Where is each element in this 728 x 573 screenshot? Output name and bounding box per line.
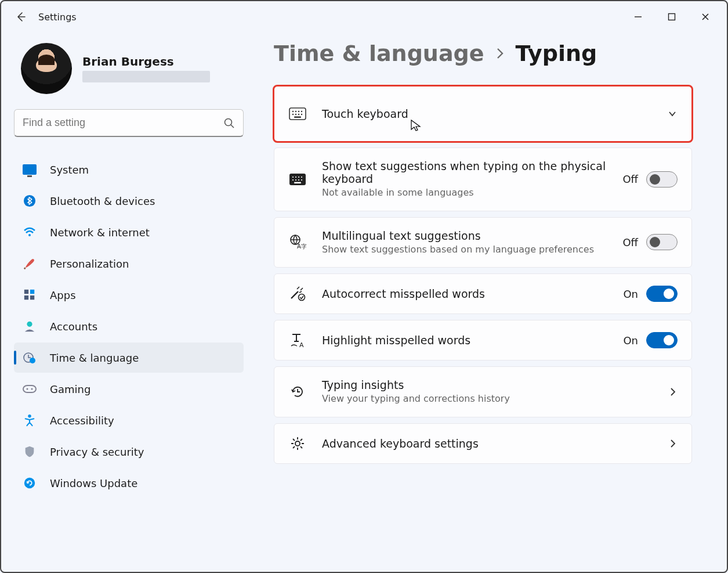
sidebar-item-accounts[interactable]: Accounts xyxy=(14,311,244,341)
sidebar-item-time-language[interactable]: Time & language xyxy=(14,343,244,373)
sidebar-item-label: Bluetooth & devices xyxy=(50,195,155,207)
sidebar-item-system[interactable]: System xyxy=(14,154,244,185)
svg-point-19 xyxy=(298,111,299,112)
svg-text:A字: A字 xyxy=(297,243,306,250)
wifi-icon xyxy=(22,225,37,240)
cursor-icon xyxy=(410,119,423,132)
svg-point-29 xyxy=(298,176,299,178)
card-multilingual-suggestions[interactable]: A字 Multilingual text suggestions Show te… xyxy=(274,217,692,268)
svg-rect-5 xyxy=(30,290,34,294)
profile-email-redacted xyxy=(82,71,210,82)
globe-language-icon: A字 xyxy=(288,234,307,250)
svg-rect-4 xyxy=(24,290,28,294)
card-title: Typing insights xyxy=(322,379,653,391)
shield-icon xyxy=(22,444,37,459)
maximize-button[interactable] xyxy=(655,5,689,28)
wand-check-icon xyxy=(288,286,307,302)
nav-list: System Bluetooth & devices Network & int… xyxy=(14,154,244,498)
svg-point-13 xyxy=(31,388,33,390)
card-subtitle: Show text suggestions based on my langua… xyxy=(322,243,607,256)
sidebar-item-bluetooth[interactable]: Bluetooth & devices xyxy=(14,186,244,216)
card-title: Touch keyboard xyxy=(322,107,652,120)
svg-rect-35 xyxy=(294,182,301,183)
chevron-right-icon xyxy=(495,45,505,62)
toggle-multilingual[interactable] xyxy=(646,234,678,250)
svg-point-8 xyxy=(27,322,32,327)
minimize-button[interactable] xyxy=(621,5,655,28)
keyboard-outline-icon xyxy=(288,107,307,120)
toggle-physical-suggestions[interactable] xyxy=(646,171,678,188)
keyboard-solid-icon xyxy=(288,173,307,186)
card-title: Show text suggestions when typing on the… xyxy=(322,160,607,185)
accounts-icon xyxy=(22,319,37,334)
svg-point-15 xyxy=(24,478,35,488)
svg-point-30 xyxy=(301,176,302,178)
content-area: Time & language Typing Touch keyboard xyxy=(256,33,727,572)
sidebar-item-personalization[interactable]: Personalization xyxy=(14,248,244,279)
svg-point-12 xyxy=(27,388,28,390)
toggle-autocorrect[interactable] xyxy=(646,286,678,302)
profile-block[interactable]: Brian Burgess xyxy=(14,43,244,94)
card-autocorrect[interactable]: Autocorrect misspelled words On xyxy=(274,273,692,314)
sidebar-item-label: Windows Update xyxy=(50,477,137,489)
search-input[interactable] xyxy=(23,117,223,129)
svg-point-21 xyxy=(292,114,294,115)
arrow-left-icon xyxy=(15,11,27,23)
sidebar-item-network[interactable]: Network & internet xyxy=(14,217,244,247)
svg-point-34 xyxy=(301,179,302,181)
svg-point-23 xyxy=(298,114,299,115)
card-advanced-keyboard[interactable]: Advanced keyboard settings xyxy=(274,423,692,464)
toggle-highlight[interactable] xyxy=(646,332,678,348)
minimize-icon xyxy=(634,13,642,21)
breadcrumb-parent[interactable]: Time & language xyxy=(274,41,484,66)
card-highlight-misspelled[interactable]: A Highlight misspelled words On xyxy=(274,320,692,361)
update-icon xyxy=(22,475,37,491)
back-button[interactable] xyxy=(9,5,32,28)
app-title: Settings xyxy=(38,12,77,23)
card-typing-insights[interactable]: Typing insights View your typing and cor… xyxy=(274,366,692,417)
sidebar-item-label: Privacy & security xyxy=(50,446,144,458)
card-touch-keyboard[interactable]: Touch keyboard xyxy=(274,86,692,142)
sidebar-item-label: Personalization xyxy=(50,258,129,270)
sidebar-item-label: Accounts xyxy=(50,320,97,333)
svg-rect-0 xyxy=(669,14,675,20)
apps-icon xyxy=(22,287,37,302)
svg-point-1 xyxy=(225,118,232,125)
gear-icon xyxy=(288,435,307,452)
sidebar-item-privacy[interactable]: Privacy & security xyxy=(14,437,244,467)
sidebar-item-accessibility[interactable]: Accessibility xyxy=(14,405,244,435)
sidebar-item-apps[interactable]: Apps xyxy=(14,280,244,310)
close-button[interactable] xyxy=(689,5,722,28)
title-bar: Settings xyxy=(1,1,727,33)
sidebar-item-gaming[interactable]: Gaming xyxy=(14,374,244,404)
svg-point-24 xyxy=(301,114,302,115)
svg-point-33 xyxy=(298,179,299,181)
card-subtitle: Not available in some languages xyxy=(322,186,607,199)
svg-point-17 xyxy=(292,111,294,112)
svg-point-27 xyxy=(292,176,294,178)
svg-rect-11 xyxy=(23,385,36,392)
chevron-right-icon xyxy=(668,439,678,448)
search-box[interactable] xyxy=(14,109,244,137)
svg-point-31 xyxy=(292,179,294,181)
card-title: Highlight misspelled words xyxy=(322,334,608,347)
breadcrumb: Time & language Typing xyxy=(274,41,692,66)
svg-point-14 xyxy=(28,415,31,418)
card-physical-suggestions[interactable]: Show text suggestions when typing on the… xyxy=(274,147,692,211)
sidebar-item-label: Accessibility xyxy=(50,415,114,427)
maximize-icon xyxy=(668,13,676,21)
history-icon xyxy=(288,384,307,400)
card-subtitle: View your typing and corrections history xyxy=(322,392,653,405)
toggle-state-label: Off xyxy=(622,173,638,185)
svg-text:A: A xyxy=(299,341,304,348)
sidebar-item-windows-update[interactable]: Windows Update xyxy=(14,468,244,498)
svg-point-20 xyxy=(301,111,302,112)
sidebar-item-label: Gaming xyxy=(50,383,90,395)
card-title: Autocorrect misspelled words xyxy=(322,287,608,300)
chevron-down-icon xyxy=(667,109,678,119)
svg-rect-7 xyxy=(30,295,34,300)
profile-name: Brian Burgess xyxy=(82,55,210,69)
svg-point-32 xyxy=(295,179,296,181)
chevron-right-icon xyxy=(668,387,678,397)
system-icon xyxy=(22,162,37,177)
